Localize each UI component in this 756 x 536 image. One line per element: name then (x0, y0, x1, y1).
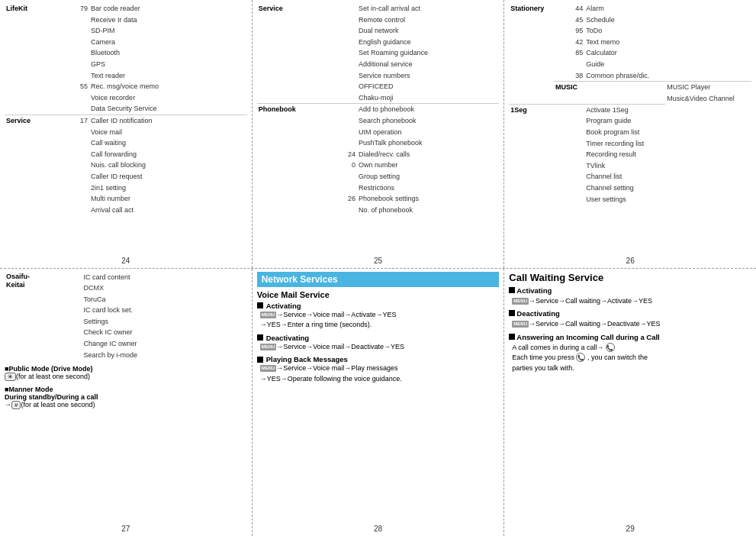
menu-table-25: Service Set in-call arrival act Remote c… (257, 3, 500, 215)
osaifu-category: Osaifu-Keitai (5, 272, 82, 361)
network-services-header: Network Services (257, 272, 500, 287)
page-num-25: 25 (374, 257, 382, 265)
lifekit-item-barcode: Bar code reader (89, 3, 247, 15)
col-page24: LifeKit 79 Bar code reader Receive Ir da… (0, 0, 253, 268)
public-mode-title: ■Public Mode (Drive Mode) (5, 365, 247, 373)
playback-section-28: Playing Back Messages MENU→Service→Voice… (257, 355, 500, 384)
voice-mail-subheader: Voice Mail Service (257, 290, 500, 299)
page-num-29: 29 (626, 525, 635, 533)
music-category: MUSIC (554, 82, 584, 105)
activating-title-28: Activating (257, 302, 500, 310)
playback-title-28: Playing Back Messages (257, 355, 500, 363)
top-section: LifeKit 79 Bar code reader Receive Ir da… (0, 0, 756, 269)
bullet-icon (509, 334, 515, 340)
menu-icon: MENU (260, 344, 277, 350)
activating-content-29: MENU→Service→Call waiting→Activate→YES (512, 296, 751, 307)
page-num-26: 26 (626, 257, 635, 265)
cws-title: Call Waiting Service (509, 272, 751, 283)
1seg-header: 1Seg Activate 1Seg (509, 104, 751, 115)
deactivating-section-28: Deactivating MENU→Service→Voice mail→Dea… (257, 334, 500, 353)
manner-mode-line2: →#(for at least one second) (5, 401, 247, 409)
osaifu-section: Osaifu-Keitai IC card content DCMX ToruC… (5, 272, 247, 361)
hash-key-icon: # (11, 401, 21, 409)
osaifu-header: Osaifu-Keitai IC card content (5, 272, 247, 283)
activating-title-29: Activating (509, 286, 751, 295)
manner-mode-title: ■Manner Mode (5, 386, 247, 393)
deactivating-section-29: Deactivating MENU→Service→Call waiting→D… (509, 309, 751, 330)
bottom-section: Osaifu-Keitai IC card content DCMX ToruC… (0, 269, 756, 537)
menu-icon: MENU (260, 312, 277, 318)
service25-header: Service Set in-call arrival act (257, 3, 500, 15)
call-icon2: 📞 (576, 353, 585, 362)
answering-title-29: Answering an Incoming Call during a Call (509, 333, 751, 341)
menu-table-24: LifeKit 79 Bar code reader Receive Ir da… (5, 3, 247, 215)
asterisk-key-icon: ✳ (5, 373, 16, 381)
stationery-category: Stationery (509, 3, 554, 104)
col-page25: Service Set in-call arrival act Remote c… (253, 0, 505, 268)
col-page29: Call Waiting Service Activating MENU→Ser… (504, 269, 756, 537)
service25-category: Service (257, 3, 336, 104)
col-page27: Osaifu-Keitai IC card content DCMX ToruC… (0, 269, 253, 537)
deactivating-title-29: Deactivating (509, 309, 751, 318)
page-num-24: 24 (121, 257, 130, 265)
menu-table-26: Stationery 44 Alarm 45Schedule 95ToDo 42… (509, 3, 751, 205)
bullet-icon (509, 287, 515, 293)
public-mode-section: ■Public Mode (Drive Mode) ✳(for at least… (5, 365, 247, 409)
phonebook-category: Phonebook (257, 104, 336, 215)
phonebook-header: Phonebook Add to phonebook (257, 104, 500, 115)
page-num-27: 27 (121, 525, 130, 533)
lifekit-header-row: LifeKit 79 Bar code reader (5, 3, 247, 15)
bullet-icon (509, 310, 515, 316)
service-header-row: Service 17 Caller ID notification (5, 115, 247, 126)
lifekit-num1: 79 (66, 3, 89, 15)
manner-mode-line1: During standby/During a call (5, 393, 247, 401)
menu-icon: MENU (260, 365, 277, 372)
stationery-header: Stationery 44 Alarm (509, 3, 751, 15)
activating-section-28: Activating MENU→Service→Voice mail→Activ… (257, 302, 500, 331)
col-page28: Network Services Voice Mail Service Acti… (253, 269, 505, 537)
deactivating-content-28: MENU→Service→Voice mail→Deactivate→YES (260, 342, 500, 353)
bullet-icon (257, 334, 263, 341)
activating-content-28: MENU→Service→Voice mail→Activate→YES →YE… (260, 310, 500, 331)
osaifu-table: Osaifu-Keitai IC card content DCMX ToruC… (5, 272, 247, 361)
manner-mode-section: ■Manner Mode During standby/During a cal… (5, 386, 247, 409)
deactivating-content-29: MENU→Service→Call waiting→Deactivate→YES (512, 319, 751, 330)
menu-icon: MENU (512, 321, 529, 328)
bullet-icon (257, 357, 263, 363)
page-num-28: 28 (374, 525, 382, 533)
menu-icon: MENU (512, 298, 529, 305)
playback-content-28: MENU→Service→Voice mail→Play messages →Y… (260, 363, 500, 384)
answering-section-29: Answering an Incoming Call during a Call… (509, 333, 751, 374)
answering-content-29: A call comes in during a call→ 📞 Each ti… (512, 343, 751, 374)
lifekit-category: LifeKit (5, 3, 66, 115)
page: LifeKit 79 Bar code reader Receive Ir da… (0, 0, 756, 536)
bullet-icon (257, 302, 263, 308)
col-page26: Stationery 44 Alarm 45Schedule 95ToDo 42… (504, 0, 756, 268)
1seg-category: 1Seg (509, 104, 554, 205)
deactivating-title-28: Deactivating (257, 334, 500, 342)
service-category: Service (5, 115, 66, 215)
call-icon: 📞 (606, 343, 615, 352)
activating-section-29: Activating MENU→Service→Call waiting→Act… (509, 286, 751, 307)
public-mode-line1: ✳(for at least one second) (5, 373, 247, 381)
